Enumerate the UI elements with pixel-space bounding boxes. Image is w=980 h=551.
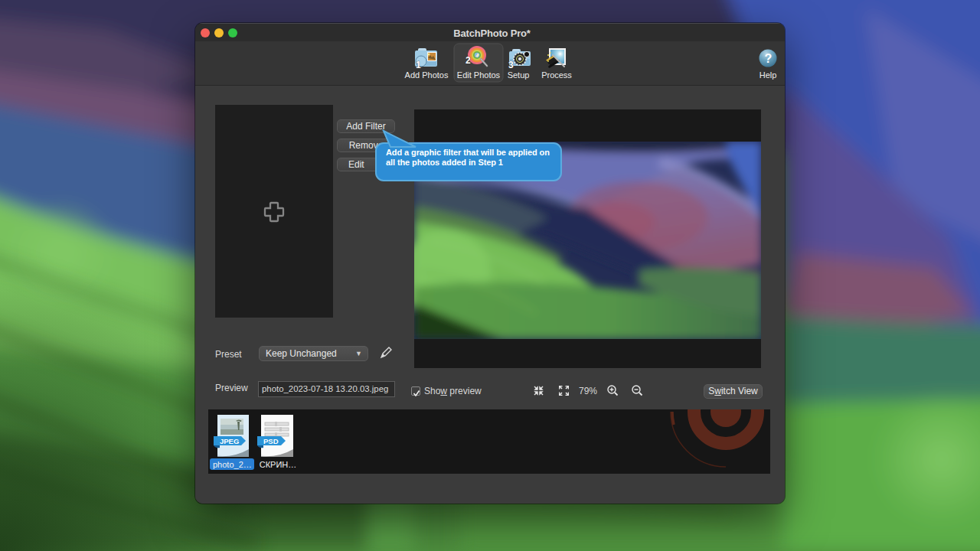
svg-text:JPEG: JPEG	[220, 437, 239, 445]
svg-text:1: 1	[416, 60, 421, 70]
svg-text:3: 3	[508, 60, 514, 70]
svg-text:?: ?	[765, 52, 773, 65]
svg-text:PSD: PSD	[263, 437, 279, 445]
svg-text:2: 2	[466, 55, 471, 66]
